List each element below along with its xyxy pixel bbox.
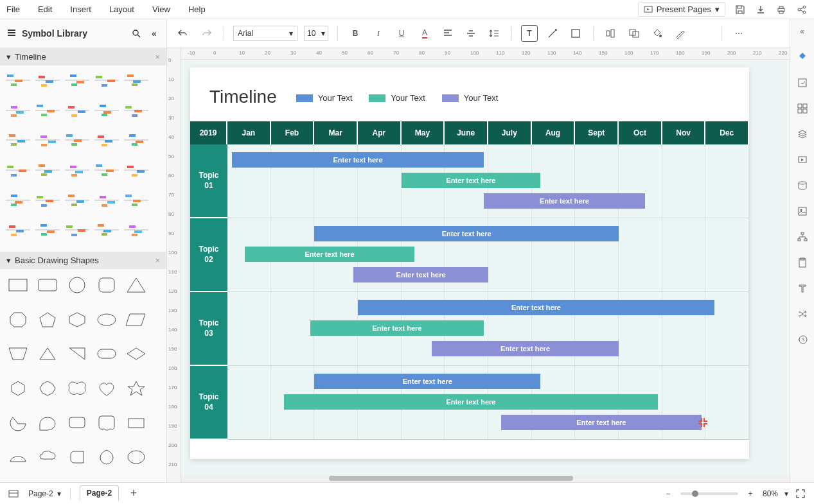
shape-thumb[interactable] xyxy=(123,343,149,365)
shape-thumb[interactable] xyxy=(94,446,119,468)
gantt-bar[interactable]: Enter text here xyxy=(358,300,714,315)
gantt-topic-label[interactable]: Topic02 xyxy=(190,218,227,292)
image-icon[interactable] xyxy=(795,204,810,218)
shape-thumb[interactable] xyxy=(5,378,31,399)
menu-edit[interactable]: Edit xyxy=(38,4,52,14)
shape-thumb[interactable] xyxy=(94,412,119,434)
italic-button[interactable]: I xyxy=(370,25,387,42)
present-pages-button[interactable]: Present Pages ▾ xyxy=(638,2,725,17)
shape-thumb[interactable] xyxy=(5,309,31,331)
timeline-shape-thumb[interactable] xyxy=(94,130,119,150)
font-color-button[interactable]: A xyxy=(416,25,433,42)
timeline-shape-thumb[interactable] xyxy=(94,220,119,239)
vertical-align-button[interactable] xyxy=(463,25,479,42)
shape-thumb[interactable] xyxy=(123,309,149,331)
canvas[interactable]: Timeline Your TextYour TextYour Text 201… xyxy=(181,60,790,474)
timeline-shape-thumb[interactable] xyxy=(123,161,149,180)
timeline-shape-thumb[interactable] xyxy=(123,101,149,120)
gantt-bar[interactable]: Enter text here xyxy=(353,267,488,282)
horizontal-scrollbar[interactable] xyxy=(181,474,790,482)
timeline-shape-thumb[interactable] xyxy=(64,130,90,150)
timeline-shape-thumb[interactable] xyxy=(35,220,60,239)
group-button[interactable] xyxy=(626,25,642,42)
timeline-shape-thumb[interactable] xyxy=(64,220,90,239)
gantt-bar[interactable]: Enter text here xyxy=(314,226,619,241)
page-select[interactable]: Page-2▾ xyxy=(28,489,61,498)
timeline-shape-thumb[interactable] xyxy=(64,101,90,120)
shape-thumb[interactable] xyxy=(35,309,60,331)
font-family-select[interactable]: Arial▾ xyxy=(233,26,297,41)
bold-button[interactable]: B xyxy=(347,25,364,42)
add-page-button[interactable]: + xyxy=(128,488,139,500)
gantt-bar[interactable]: Enter text here xyxy=(314,374,540,389)
gantt-bar[interactable]: Enter text here xyxy=(245,247,414,262)
gantt-bar[interactable]: Enter text here xyxy=(432,341,619,356)
history-icon[interactable] xyxy=(795,333,810,347)
timeline-shape-thumb[interactable] xyxy=(35,71,60,90)
shape-outline-button[interactable] xyxy=(567,25,584,42)
collapse-sidebar-icon[interactable]: « xyxy=(148,28,160,39)
paragraph-icon[interactable] xyxy=(795,281,810,295)
gantt-topic-label[interactable]: Topic03 xyxy=(190,292,227,366)
gantt-bar[interactable]: Enter text here xyxy=(484,193,644,209)
more-options-button[interactable]: ⋯ xyxy=(730,25,747,42)
timeline-shape-thumb[interactable] xyxy=(35,191,60,210)
line-spacing-button[interactable] xyxy=(486,25,502,42)
sitemap-icon[interactable] xyxy=(795,230,810,244)
timeline-shape-thumb[interactable] xyxy=(64,71,90,90)
shape-thumb[interactable] xyxy=(35,412,60,434)
line-color-button[interactable] xyxy=(672,25,689,42)
shape-thumb[interactable] xyxy=(35,446,60,468)
print-icon[interactable] xyxy=(775,4,787,15)
menu-file[interactable]: File xyxy=(6,4,20,14)
align-left-button[interactable] xyxy=(439,25,456,42)
shape-thumb[interactable] xyxy=(94,343,119,365)
timeline-shape-thumb[interactable] xyxy=(94,191,119,210)
shape-thumb[interactable] xyxy=(35,343,60,365)
shape-thumb[interactable] xyxy=(94,378,119,399)
save-icon[interactable] xyxy=(734,4,746,15)
text-tool-button[interactable]: T xyxy=(521,25,538,42)
timeline-shape-thumb[interactable] xyxy=(5,191,31,210)
shape-thumb[interactable] xyxy=(35,274,60,296)
gantt-bar[interactable]: Enter text here xyxy=(501,415,701,430)
theme-icon[interactable] xyxy=(795,50,810,64)
timeline-shape-thumb[interactable] xyxy=(123,71,149,90)
shape-thumb[interactable] xyxy=(64,378,90,399)
shape-thumb[interactable] xyxy=(94,309,119,331)
shape-thumb[interactable] xyxy=(5,343,31,365)
gantt-bar[interactable]: Enter text here xyxy=(232,152,484,168)
timeline-shape-thumb[interactable] xyxy=(94,101,119,120)
zoom-in-button[interactable]: + xyxy=(745,488,756,500)
gantt-chart[interactable]: 2019JanFebMarAprMayJuneJulyAugSeptOctNov… xyxy=(190,121,749,440)
shape-thumb[interactable] xyxy=(123,378,149,399)
timeline-shape-thumb[interactable] xyxy=(5,130,31,150)
timeline-shape-thumb[interactable] xyxy=(94,71,119,90)
legend-item[interactable]: Your Text xyxy=(369,93,425,103)
close-icon[interactable]: × xyxy=(155,52,160,62)
shape-thumb[interactable] xyxy=(5,274,31,296)
layers-icon[interactable] xyxy=(795,127,810,141)
expand-right-icon[interactable]: « xyxy=(795,24,810,39)
download-icon[interactable] xyxy=(755,4,766,15)
gantt-bar[interactable]: Enter text here xyxy=(284,394,658,410)
font-size-select[interactable]: 10▾ xyxy=(304,26,328,41)
timeline-shape-thumb[interactable] xyxy=(5,71,31,90)
shape-thumb[interactable] xyxy=(123,446,149,468)
timeline-panel-header[interactable]: ▾Timeline × xyxy=(0,48,166,65)
shape-thumb[interactable] xyxy=(35,378,60,399)
resize-handle-icon[interactable] xyxy=(698,418,707,427)
data-icon[interactable] xyxy=(795,178,810,193)
gantt-bar[interactable]: Enter text here xyxy=(310,320,484,336)
close-icon[interactable]: × xyxy=(155,256,160,265)
line-style-button[interactable] xyxy=(695,25,712,42)
menu-insert[interactable]: Insert xyxy=(70,4,91,14)
menu-view[interactable]: View xyxy=(152,4,170,14)
timeline-shape-thumb[interactable] xyxy=(94,161,119,180)
shape-thumb[interactable] xyxy=(5,412,31,434)
shape-thumb[interactable] xyxy=(94,274,119,296)
shuffle-icon[interactable] xyxy=(795,307,810,321)
presentation-icon[interactable] xyxy=(795,153,810,167)
shape-thumb[interactable] xyxy=(123,274,149,296)
shape-thumb[interactable] xyxy=(64,343,90,365)
